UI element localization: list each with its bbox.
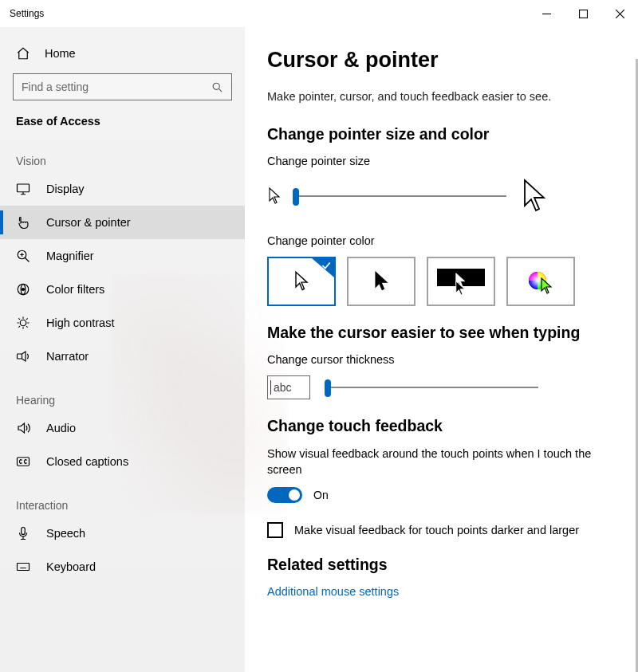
touch-feedback-toggle-row: On [267,487,608,503]
sidebar-item-audio[interactable]: Audio [0,411,245,445]
touch-darker-larger-checkbox[interactable] [267,522,283,538]
home-label: Home [45,47,76,60]
sidebar-item-label: Display [46,183,85,195]
section-pointer-size-color: Change pointer size and color [267,125,608,143]
svg-rect-0 [579,10,587,18]
pointer-color-options [267,257,608,306]
display-icon [16,182,30,196]
closed-captions-icon [16,454,30,469]
section-touch-feedback: Change touch feedback [267,417,608,435]
sidebar-item-narrator[interactable]: Narrator [0,340,245,373]
svg-rect-8 [18,458,30,466]
link-additional-mouse-settings[interactable]: Additional mouse settings [267,585,608,598]
svg-point-5 [22,289,25,291]
pointer-size-slider[interactable] [296,195,506,197]
narrator-icon [16,349,30,364]
svg-rect-7 [18,354,22,359]
sidebar-item-label: Closed captions [46,455,128,468]
cursor-small-icon [267,187,282,206]
pointer-color-inverted[interactable] [427,257,495,306]
caption-buttons [528,0,638,27]
group-label-interaction: Interaction [0,478,245,517]
sidebar-item-magnifier[interactable]: Magnifier [0,239,245,273]
sidebar-item-closed-captions[interactable]: Closed captions [0,445,245,478]
sidebar-item-keyboard[interactable]: Keyboard [0,550,245,584]
sidebar-item-label: Speech [46,527,85,540]
cursor-pointer-icon [16,215,30,230]
sidebar-item-label: Color filters [46,283,104,296]
group-label-vision: Vision [0,134,245,172]
slider-thumb[interactable] [325,379,331,397]
sidebar-item-label: Cursor & pointer [46,216,131,229]
slider-thumb[interactable] [293,188,299,206]
pointer-color-black[interactable] [347,257,415,306]
label-cursor-thickness: Change cursor thickness [267,353,608,366]
touch-feedback-toggle[interactable] [267,487,302,503]
sidebar-item-label: Audio [46,422,76,434]
toggle-state-label: On [313,489,329,501]
close-icon [616,10,624,18]
speech-icon [16,526,30,540]
sidebar-item-speech[interactable]: Speech [0,517,245,550]
sidebar-item-color-filters[interactable]: Color filters [0,273,245,306]
search-icon [211,81,223,93]
audio-icon [16,421,30,435]
sidebar-item-label: Narrator [46,350,89,363]
label-pointer-color: Change pointer color [267,234,608,247]
color-filters-icon [16,282,30,297]
window-title: Settings [10,8,44,19]
sidebar-section-title: Ease of Access [0,112,245,134]
check-icon [321,260,332,271]
section-cursor-easier: Make the cursor easier to see when typin… [267,324,608,342]
svg-rect-2 [18,184,30,192]
high-contrast-icon [16,316,30,330]
cursor-thickness-slider[interactable] [328,387,538,388]
sidebar-item-display[interactable]: Display [0,172,245,206]
svg-point-1 [213,83,219,89]
home-icon [16,46,30,61]
touch-feedback-description: Show visual feedback around the touch po… [267,446,608,477]
touch-darker-larger-row[interactable]: Make visual feedback for touch points da… [267,522,608,538]
abc-sample-text: abc [274,381,292,394]
close-button[interactable] [601,0,638,27]
sidebar-item-high-contrast[interactable]: High contrast [0,306,245,340]
keyboard-icon [16,560,30,574]
magnifier-icon [16,249,30,263]
home-button[interactable]: Home [0,38,245,70]
svg-point-6 [20,320,26,326]
svg-rect-9 [22,528,26,535]
sidebar-item-cursor-pointer[interactable]: Cursor & pointer [0,206,245,239]
pointer-size-row [267,177,608,215]
cursor-thickness-row: abc [267,375,608,399]
pointer-color-white[interactable] [267,257,336,306]
page-title: Cursor & pointer [267,48,608,73]
sidebar-item-label: Magnifier [46,250,94,262]
maximize-icon [579,10,588,18]
touch-darker-larger-label: Make visual feedback for touch points da… [294,524,579,536]
sidebar-item-label: Keyboard [46,560,96,573]
svg-rect-10 [18,564,30,571]
search-placeholder: Find a setting [22,81,89,93]
group-label-hearing: Hearing [0,373,245,411]
search-input[interactable]: Find a setting [13,73,232,100]
cursor-thickness-preview: abc [267,375,310,399]
maximize-button[interactable] [565,0,601,27]
cursor-large-icon [521,177,548,215]
minimize-icon [542,10,551,18]
minimize-button[interactable] [528,0,565,27]
section-related-settings: Related settings [267,556,608,574]
label-pointer-size: Change pointer size [267,155,608,167]
main-content: Cursor & pointer Make pointer, cursor, a… [245,27,638,672]
pointer-color-custom[interactable] [506,257,575,306]
toggle-knob [289,489,300,501]
sidebar: Home Find a setting Ease of Access Visio… [0,27,245,672]
page-subtitle: Make pointer, cursor, and touch feedback… [267,90,608,103]
titlebar: Settings [0,0,638,27]
sidebar-item-label: High contrast [46,316,114,329]
